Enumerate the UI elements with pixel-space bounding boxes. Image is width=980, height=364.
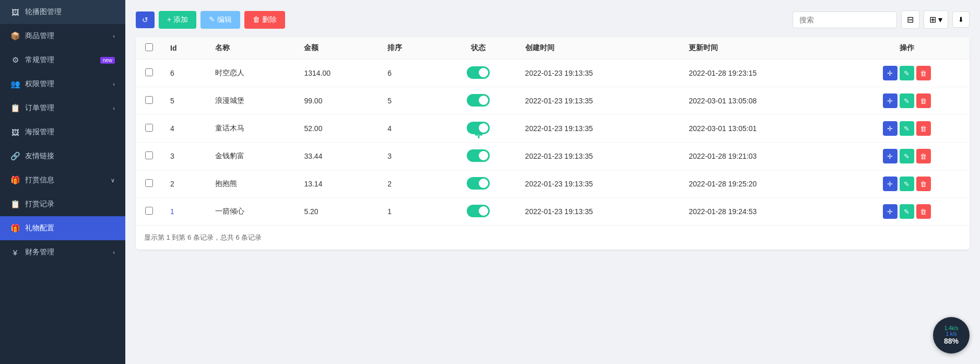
sidebar-item-permission[interactable]: 👥 权限管理 ‹ [0, 72, 125, 96]
row-add-button[interactable]: ✛ [883, 177, 898, 191]
row-add-button[interactable]: ✛ [883, 66, 898, 80]
row-delete-button[interactable]: 🗑 [916, 149, 931, 163]
status-toggle[interactable] [467, 94, 490, 107]
status-toggle[interactable] [467, 149, 490, 162]
action-buttons: ✛ ✎ 🗑 [853, 149, 961, 163]
main-content: ↺ + 添加 ✎ 编辑 🗑 删除 ⊟ ⊞ ▾ ⬇ [125, 0, 980, 364]
row-checkbox-cell [136, 87, 162, 115]
row-amount: 5.20 [296, 198, 379, 226]
th-order: 排序 [379, 37, 440, 60]
row-created: 2022-01-23 19:13:35 [517, 87, 681, 115]
row-order: 2 [379, 170, 440, 198]
row-checkbox-cell [136, 60, 162, 87]
row-edit-button[interactable]: ✎ [900, 66, 914, 80]
th-updated: 更新时间 [680, 37, 844, 60]
id-link[interactable]: 1 [170, 207, 174, 216]
data-table-container: Id 名称 金额 排序 状态 创建时间 更新时间 操作 6 [136, 37, 970, 250]
row-status [440, 87, 516, 115]
row-id: 6 [162, 60, 207, 87]
status-toggle[interactable] [467, 66, 490, 79]
order-icon: 📋 [10, 103, 20, 113]
sidebar-item-carousel[interactable]: 🖼 轮播图管理 [0, 0, 125, 24]
sidebar-item-finance[interactable]: ¥ 财务管理 ‹ [0, 240, 125, 264]
row-created: 2022-01-23 19:13:35 [517, 115, 681, 143]
row-updated: 2022-01-28 19:21:03 [680, 143, 844, 170]
row-edit-button[interactable]: ✎ [900, 93, 914, 108]
row-order: 4 [379, 115, 440, 143]
action-buttons: ✛ ✎ 🗑 [853, 66, 961, 80]
row-add-button[interactable]: ✛ [883, 93, 898, 108]
upload-speed: 1.4k/s [944, 325, 959, 331]
table-row: 4 童话木马 52.00 4 ✛ 2022-01-23 19:13:35 202… [136, 115, 970, 143]
row-checkbox-cell [136, 170, 162, 198]
refresh-button[interactable]: ↺ [136, 11, 155, 28]
row-status [440, 170, 516, 198]
row-add-button[interactable]: ✛ [883, 204, 898, 219]
row-checkbox[interactable] [145, 151, 153, 159]
table-body: 6 时空恋人 1314.00 6 2022-01-23 19:13:35 202… [136, 60, 970, 226]
row-delete-button[interactable]: 🗑 [916, 204, 931, 219]
th-id: Id [162, 37, 207, 60]
toolbar: ↺ + 添加 ✎ 编辑 🗑 删除 ⊟ ⊞ ▾ ⬇ [136, 10, 970, 29]
chevron-icon: ∨ [111, 177, 115, 184]
search-input[interactable] [793, 11, 897, 28]
edit-button-label: ✎ 编辑 [209, 15, 232, 25]
row-edit-button[interactable]: ✎ [900, 177, 914, 191]
edit-button[interactable]: ✎ 编辑 [200, 11, 240, 29]
sidebar-item-label: 商品管理 [25, 31, 54, 41]
row-updated: 2022-01-28 19:24:53 [680, 198, 844, 226]
row-name: 金钱豹富 [207, 143, 296, 170]
export-button[interactable]: ⬇ [952, 11, 970, 28]
row-add-button[interactable]: ✛ [883, 121, 898, 136]
row-delete-button[interactable]: 🗑 [916, 121, 931, 136]
reward-info-icon: 🎁 [10, 175, 20, 185]
row-checkbox[interactable] [145, 179, 153, 187]
row-checkbox-cell [136, 115, 162, 143]
row-delete-button[interactable]: 🗑 [916, 93, 931, 108]
select-all-checkbox[interactable] [145, 43, 153, 51]
row-checkbox[interactable] [145, 124, 153, 132]
chevron-icon: ‹ [113, 81, 115, 87]
table-row: 3 金钱豹富 33.44 3 2022-01-23 19:13:35 2022-… [136, 143, 970, 170]
row-edit-button[interactable]: ✎ [900, 121, 914, 136]
sidebar-item-poster[interactable]: 🖼 海报管理 [0, 120, 125, 144]
regular-icon: ⚙ [10, 55, 20, 65]
friendlink-icon: 🔗 [10, 151, 20, 161]
row-updated: 2022-01-28 19:25:20 [680, 170, 844, 198]
row-edit-button[interactable]: ✎ [900, 149, 914, 163]
row-name: 一箭倾心 [207, 198, 296, 226]
row-name: 时空恋人 [207, 60, 296, 87]
th-action: 操作 [844, 37, 970, 60]
sidebar-item-product[interactable]: 📦 商品管理 ‹ [0, 24, 125, 48]
add-button[interactable]: + 添加 [159, 11, 196, 29]
sidebar-item-friendlink[interactable]: 🔗 友情链接 [0, 144, 125, 168]
row-delete-button[interactable]: 🗑 [916, 66, 931, 80]
toolbar-right: ⊟ ⊞ ▾ ⬇ [793, 10, 970, 29]
row-status [440, 198, 516, 226]
view-table-button[interactable]: ⊟ [901, 10, 919, 29]
chevron-icon: ‹ [113, 105, 115, 111]
sidebar-item-gift-config[interactable]: 🎁 礼物配置 [0, 216, 125, 240]
row-checkbox[interactable] [145, 96, 153, 104]
row-add-button[interactable]: ✛ [883, 149, 898, 163]
row-name: 抱抱熊 [207, 170, 296, 198]
sidebar-item-label: 友情链接 [25, 151, 54, 161]
status-toggle[interactable] [467, 205, 490, 217]
row-checkbox[interactable] [145, 68, 153, 76]
sidebar-item-regular[interactable]: ⚙ 常规管理 new [0, 48, 125, 72]
row-order: 5 [379, 87, 440, 115]
sidebar-item-order[interactable]: 📋 订单管理 ‹ [0, 96, 125, 120]
view-grid-button[interactable]: ⊞ ▾ [924, 10, 948, 29]
row-delete-button[interactable]: 🗑 [916, 177, 931, 191]
action-buttons: ✛ ✎ 🗑 [853, 204, 961, 219]
row-status [440, 143, 516, 170]
th-created: 创建时间 [517, 37, 681, 60]
table-row: 2 抱抱熊 13.14 2 2022-01-23 19:13:35 2022-0… [136, 170, 970, 198]
row-edit-button[interactable]: ✎ [900, 204, 914, 219]
status-toggle[interactable] [467, 177, 490, 190]
row-checkbox[interactable] [145, 207, 153, 215]
delete-button[interactable]: 🗑 删除 [244, 11, 285, 29]
action-buttons: ✛ ✎ 🗑 [853, 93, 961, 108]
sidebar-item-reward-info[interactable]: 🎁 打赏信息 ∨ [0, 168, 125, 192]
sidebar-item-reward-log[interactable]: 📋 打赏记录 [0, 192, 125, 216]
